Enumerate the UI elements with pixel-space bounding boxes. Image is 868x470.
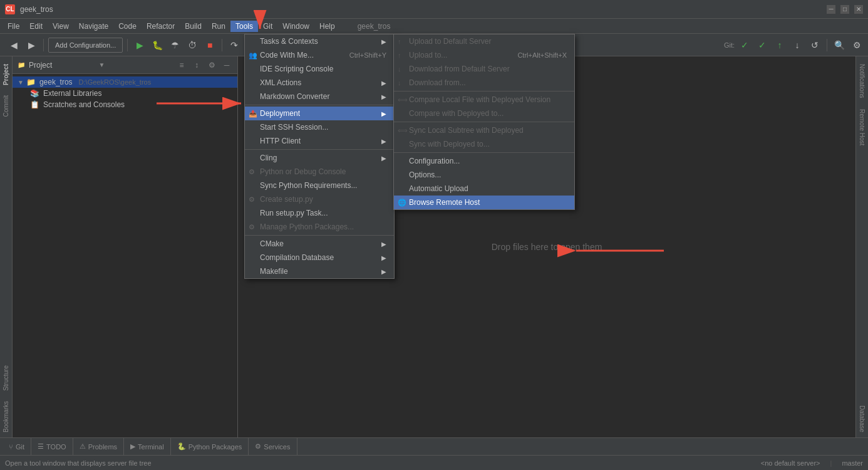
tasks-submenu-arrow: ▶ [381, 38, 386, 45]
close-button[interactable]: ✕ [854, 5, 863, 14]
toolbar-sep-1 [43, 39, 44, 51]
menu-ide-scripting[interactable]: IDE Scripting Console [245, 62, 394, 76]
python-packages-bottom-tab[interactable]: 🐍 Python Packages [171, 438, 249, 456]
compilation-label: Compilation Database [260, 253, 334, 262]
git-bottom-tab[interactable]: ⑂ Git [3, 438, 31, 456]
project-collapse-all[interactable]: ↕ [191, 60, 202, 71]
deploy-sep-3 [394, 152, 574, 153]
menu-deployment[interactable]: 📤 Deployment ▶ [245, 107, 394, 120]
terminal-bottom-tab[interactable]: ▶ Terminal [124, 438, 171, 456]
ssh-label: Start SSH Session... [260, 123, 328, 132]
deploy-compare-local[interactable]: ⟺ Compare Local File with Deployed Versi… [394, 93, 574, 107]
settings-button[interactable]: ⚙ [849, 38, 864, 53]
menu-view[interactable]: View [48, 21, 74, 32]
menu-code[interactable]: Code [113, 21, 142, 32]
menu-markdown[interactable]: Markdown Converter ▶ [245, 90, 394, 103]
menu-navigate[interactable]: Navigate [74, 21, 113, 32]
database-tab[interactable]: Database [857, 400, 867, 437]
services-bottom-tab[interactable]: ⚙ Services [249, 438, 297, 456]
deploy-configuration[interactable]: Configuration... [394, 154, 574, 168]
git-check-2[interactable]: ✓ [755, 38, 770, 53]
scratches-consoles-item[interactable]: 📋 Scratches and Consoles [13, 99, 237, 110]
project-sidebar-tab[interactable]: Project [1, 59, 11, 90]
menu-window[interactable]: Window [277, 21, 314, 32]
git-check-1[interactable]: ✓ [737, 38, 752, 53]
problems-bottom-tab[interactable]: ⚠ Problems [73, 438, 124, 456]
menu-file[interactable]: File [3, 21, 24, 32]
deploy-download-default[interactable]: ↓ Download from Default Server [394, 62, 574, 76]
external-libraries-item[interactable]: 📚 External Libraries [13, 88, 237, 99]
profile-button[interactable]: ⏱ [185, 38, 200, 53]
todo-tab-label: TODO [46, 443, 66, 451]
deploy-sync-local[interactable]: ⟺ Sync Local Subtree with Deployed [394, 123, 574, 137]
deploy-upload-default[interactable]: ↑ Upload to Default Server [394, 34, 574, 48]
todo-bottom-tab[interactable]: ☰ TODO [31, 438, 73, 456]
upload-default-label: Upload to Default Server [409, 37, 491, 46]
branch-label[interactable]: master [842, 459, 863, 467]
deploy-upload-to[interactable]: ↑ Upload to... Ctrl+Alt+Shift+X [394, 48, 574, 62]
menu-tasks-contexts[interactable]: Tasks & Contexts ▶ [245, 34, 394, 48]
services-tab-label: Services [264, 443, 290, 451]
menu-makefile[interactable]: Makefile ▶ [245, 264, 394, 278]
menu-build[interactable]: Build [180, 21, 207, 32]
menu-edit[interactable]: Edit [24, 21, 48, 32]
back-button[interactable]: ◀ [6, 38, 21, 53]
deploy-download-from[interactable]: ↓ Download from... [394, 76, 574, 90]
deploy-compare-with[interactable]: Compare with Deployed to... [394, 107, 574, 120]
menu-code-with-me[interactable]: 👥 Code With Me... Ctrl+Shift+Y [245, 48, 394, 62]
sync-local-icon: ⟺ [398, 127, 408, 135]
deploy-auto-upload[interactable]: Automatic Upload [394, 182, 574, 196]
stop-button[interactable]: ■ [202, 38, 217, 53]
menu-help[interactable]: Help [314, 21, 340, 32]
menu-http-client[interactable]: HTTP Client ▶ [245, 134, 394, 148]
bookmarks-sidebar-tab[interactable]: Bookmarks [1, 396, 11, 437]
menu-manage-packages[interactable]: ⚙ Manage Python Packages... [245, 220, 394, 234]
tasks-label: Tasks & Contexts [260, 37, 318, 46]
deploy-sync-with[interactable]: Sync with Deployed to... [394, 137, 574, 151]
tree-root[interactable]: ▼ 📁 geek_tros D:\GeekROS\geek_tros [13, 76, 237, 88]
step-over[interactable]: ↷ [227, 38, 242, 53]
debug-button[interactable]: 🐛 [150, 38, 165, 53]
run-button[interactable]: ▶ [132, 38, 147, 53]
deploy-browse-remote[interactable]: 🌐 Browse Remote Host [394, 196, 574, 209]
menu-git[interactable]: Git [258, 21, 277, 32]
sync-with-label: Sync with Deployed to... [409, 140, 490, 149]
cling-label: Cling [260, 154, 277, 162]
browse-remote-label: Browse Remote Host [409, 198, 480, 207]
http-arrow: ▶ [381, 138, 386, 145]
menu-run[interactable]: Run [207, 21, 230, 32]
remote-host-tab[interactable]: Remote Host [857, 104, 867, 150]
git-push[interactable]: ↑ [772, 38, 787, 53]
menu-ssh[interactable]: Start SSH Session... [245, 120, 394, 134]
menu-tools[interactable]: Tools [230, 21, 258, 32]
commit-sidebar-tab[interactable]: Commit [1, 90, 11, 122]
menu-refactor[interactable]: Refactor [142, 21, 180, 32]
git-revert[interactable]: ↺ [807, 38, 822, 53]
sync-local-label: Sync Local Subtree with Deployed [409, 126, 524, 135]
coverage-button[interactable]: ☂ [167, 38, 182, 53]
project-expand-all[interactable]: ≡ [176, 60, 187, 71]
project-minimize[interactable]: ─ [221, 60, 232, 71]
menu-python-debug[interactable]: ⚙ Python or Debug Console [245, 165, 394, 179]
menu-create-setup[interactable]: ⚙ Create setup.py [245, 192, 394, 206]
deploy-options[interactable]: Options... [394, 168, 574, 182]
forward-button[interactable]: ▶ [24, 38, 39, 53]
notifications-tab[interactable]: Notifications [857, 59, 867, 103]
menu-run-setup[interactable]: Run setup.py Task... [245, 206, 394, 220]
maximize-button[interactable]: □ [840, 5, 849, 14]
compare-with-label: Compare with Deployed to... [409, 109, 504, 118]
search-button[interactable]: 🔍 [832, 38, 847, 53]
menu-xml-actions[interactable]: XML Actions ▶ [245, 76, 394, 90]
project-settings[interactable]: ⚙ [206, 60, 217, 71]
menu-compilation-db[interactable]: Compilation Database ▶ [245, 251, 394, 264]
menu-sync-python[interactable]: Sync Python Requirements... [245, 179, 394, 192]
git-pull[interactable]: ↓ [790, 38, 805, 53]
add-configuration-button[interactable]: Add Configuration... [48, 38, 123, 53]
structure-sidebar-tab[interactable]: Structure [1, 360, 11, 396]
menu-cling[interactable]: Cling ▶ [245, 151, 394, 165]
http-label: HTTP Client [260, 137, 301, 145]
menu-cmake[interactable]: CMake ▶ [245, 237, 394, 251]
cwm-icon: 👥 [249, 51, 257, 60]
window-controls[interactable]: ─ □ ✕ [827, 5, 863, 14]
minimize-button[interactable]: ─ [827, 5, 835, 14]
